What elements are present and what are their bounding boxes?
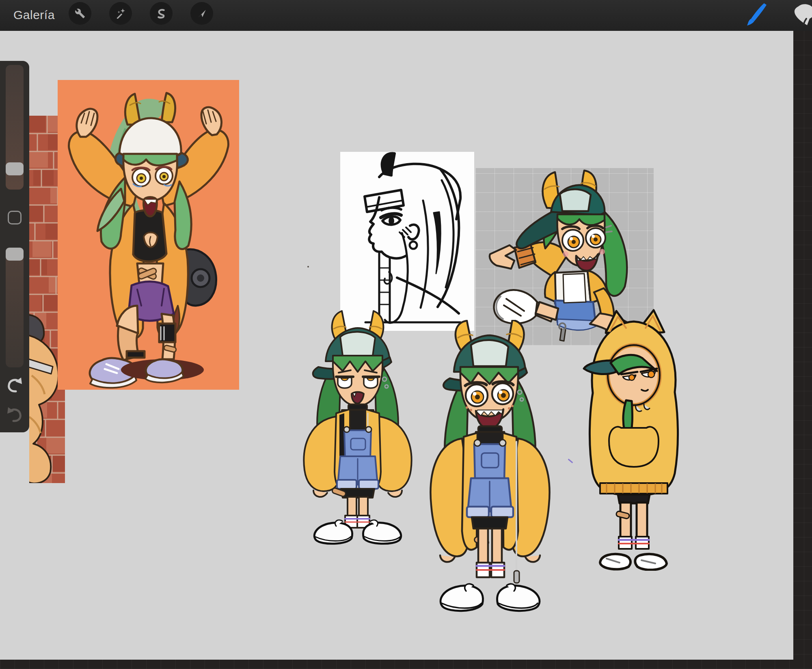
arrow-cursor-icon	[197, 8, 207, 19]
smudge-tool-button[interactable]	[792, 3, 812, 26]
drawing-canvas[interactable]	[0, 31, 793, 660]
chibi-hoodie-artwork	[581, 307, 687, 571]
magic-wand-icon	[115, 8, 126, 19]
redo-button[interactable]	[6, 406, 24, 423]
orange-poster-artwork	[58, 80, 239, 390]
selection-button[interactable]	[150, 2, 173, 25]
adjustments-button[interactable]	[109, 2, 132, 25]
modify-button[interactable]	[8, 211, 22, 224]
paintbrush-icon	[747, 3, 767, 26]
undo-button[interactable]	[6, 377, 24, 393]
wrench-icon	[75, 8, 85, 19]
transform-button[interactable]	[190, 2, 213, 25]
chibi-grinning-artwork	[417, 320, 575, 615]
opacity-handle[interactable]	[6, 248, 24, 261]
bw-lineart-artwork	[340, 152, 474, 331]
sidebar	[0, 61, 29, 432]
brush-size-handle[interactable]	[6, 162, 24, 175]
selection-s-icon	[156, 8, 166, 19]
actions-button[interactable]	[69, 2, 91, 25]
gallery-button[interactable]: Galería	[13, 8, 55, 22]
top-toolbar: Galería	[0, 0, 812, 31]
chibi-annoyed-artwork	[291, 308, 425, 545]
paint-tool-button[interactable]	[746, 2, 767, 26]
poster-character	[58, 80, 239, 390]
stray-dot	[307, 266, 309, 268]
smudge-finger-icon	[795, 4, 812, 25]
opacity-slider[interactable]	[6, 248, 24, 367]
lineart-profile	[340, 152, 474, 331]
procreate-app: { "toolbar": { "gallery_label": "Galería…	[0, 0, 812, 669]
